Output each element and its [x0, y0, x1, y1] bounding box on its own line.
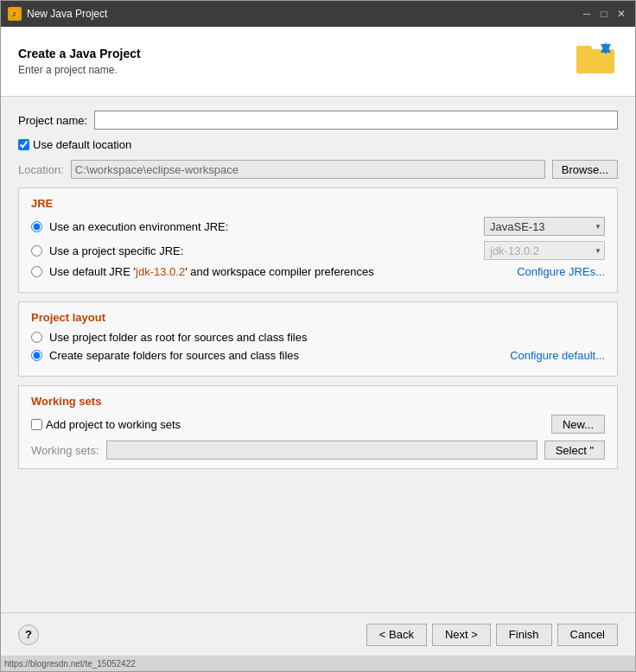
dialog-subtitle: Enter a project name.	[18, 64, 141, 76]
layout-option2-label[interactable]: Create separate folders for sources and …	[49, 349, 299, 362]
jre-option2-dropdown-wrapper: jdk-13.0.2	[484, 241, 605, 260]
select-working-set-button[interactable]: Select "	[544, 441, 605, 460]
layout-option2-left: Create separate folders for sources and …	[31, 349, 299, 362]
close-button[interactable]: ✕	[614, 7, 628, 21]
footer-right: < Back Next > Finish Cancel	[366, 624, 618, 646]
working-sets-label: Working sets:	[31, 444, 99, 457]
status-text: https://blogresdn.net/te_15052422	[4, 659, 136, 669]
add-working-sets-row: Add project to working sets	[31, 418, 181, 431]
new-java-project-window: J New Java Project ─ □ ✕ Create a Java P…	[0, 0, 636, 672]
jre-option3-radio[interactable]	[31, 266, 42, 277]
use-default-location-checkbox[interactable]	[18, 139, 29, 150]
jre-option2-left: Use a project specific JRE:	[31, 244, 183, 257]
maximize-button[interactable]: □	[597, 7, 611, 21]
project-layout-section: Project layout Use project folder as roo…	[18, 301, 618, 377]
jre-option1-label[interactable]: Use an execution environment JRE:	[49, 220, 228, 233]
new-working-set-button[interactable]: New...	[551, 415, 605, 434]
working-sets-section: Working sets Add project to working sets…	[18, 385, 618, 469]
jre-option3-left: Use default JRE 'jdk-13.0.2' and workspa…	[31, 265, 374, 278]
use-default-location-label[interactable]: Use default location	[33, 138, 131, 151]
status-bar: https://blogresdn.net/te_15052422	[1, 656, 635, 671]
location-label: Location:	[18, 163, 64, 176]
jre-option3-row: Use default JRE 'jdk-13.0.2' and workspa…	[31, 265, 605, 278]
svg-marker-5	[601, 42, 611, 53]
layout-option1-row: Use project folder as root for sources a…	[31, 331, 605, 344]
footer: ? < Back Next > Finish Cancel	[1, 612, 635, 656]
working-sets-input-row: Working sets: Select "	[31, 441, 605, 460]
jre-option3-jdk: jdk-13.0.2	[136, 265, 185, 278]
footer-left: ?	[18, 624, 39, 645]
svg-text:J: J	[12, 11, 16, 17]
next-button[interactable]: Next >	[432, 624, 491, 646]
jre-option3-pre: Use default JRE '	[49, 265, 136, 278]
minimize-button[interactable]: ─	[580, 7, 594, 21]
header-section: Create a Java Project Enter a project na…	[1, 27, 635, 97]
finish-button[interactable]: Finish	[496, 624, 552, 646]
working-sets-title: Working sets	[31, 395, 605, 408]
working-sets-input[interactable]	[106, 441, 537, 460]
layout-option1-label[interactable]: Use project folder as root for sources a…	[49, 331, 307, 344]
jre-title: JRE	[31, 197, 605, 210]
jre-option2-row: Use a project specific JRE: jdk-13.0.2	[31, 241, 605, 260]
back-button[interactable]: < Back	[366, 624, 427, 646]
dialog-content: Create a Java Project Enter a project na…	[1, 27, 635, 671]
location-input[interactable]	[71, 160, 545, 179]
add-working-sets-checkbox[interactable]	[31, 419, 42, 430]
add-working-sets-label[interactable]: Add project to working sets	[46, 418, 181, 431]
location-row: Location: Browse...	[18, 160, 618, 179]
cancel-button[interactable]: Cancel	[557, 624, 618, 646]
layout-option2-row: Create separate folders for sources and …	[31, 349, 605, 362]
window-controls: ─ □ ✕	[580, 7, 628, 21]
jre-option1-left: Use an execution environment JRE:	[31, 220, 228, 233]
window-title: New Java Project	[27, 8, 575, 20]
jre-option3-label[interactable]: Use default JRE 'jdk-13.0.2' and workspa…	[49, 265, 374, 278]
help-button[interactable]: ?	[18, 624, 39, 645]
main-body: Project name: Use default location Locat…	[1, 97, 635, 612]
project-name-row: Project name:	[18, 111, 618, 130]
header-text: Create a Java Project Enter a project na…	[18, 47, 141, 76]
configure-default-link[interactable]: Configure default...	[510, 349, 605, 362]
jre-option1-dropdown[interactable]: JavaSE-13	[484, 217, 605, 236]
project-name-input[interactable]	[94, 111, 618, 130]
jre-option2-radio[interactable]	[31, 245, 42, 257]
project-name-label: Project name:	[18, 114, 87, 127]
configure-jres-link[interactable]: Configure JREs...	[517, 265, 605, 278]
browse-button[interactable]: Browse...	[552, 160, 618, 179]
jre-option1-dropdown-wrapper: JavaSE-13	[484, 217, 605, 236]
jre-option1-row: Use an execution environment JRE: JavaSE…	[31, 217, 605, 236]
dialog-title: Create a Java Project	[18, 47, 141, 60]
svg-rect-3	[576, 46, 592, 54]
use-default-location-row: Use default location	[18, 138, 618, 151]
jre-option2-dropdown[interactable]: jdk-13.0.2	[484, 241, 605, 260]
project-layout-title: Project layout	[31, 311, 605, 324]
jre-option3-post: ' and workspace compiler preferences	[185, 265, 374, 278]
header-folder-icon	[576, 41, 618, 82]
jre-option2-label[interactable]: Use a project specific JRE:	[49, 244, 183, 257]
layout-option1-radio[interactable]	[31, 332, 42, 343]
titlebar: J New Java Project ─ □ ✕	[1, 1, 635, 27]
jre-option1-radio[interactable]	[31, 221, 42, 232]
layout-option2-radio[interactable]	[31, 350, 42, 361]
window-icon: J	[8, 7, 22, 21]
jre-section: JRE Use an execution environment JRE: Ja…	[18, 187, 618, 293]
